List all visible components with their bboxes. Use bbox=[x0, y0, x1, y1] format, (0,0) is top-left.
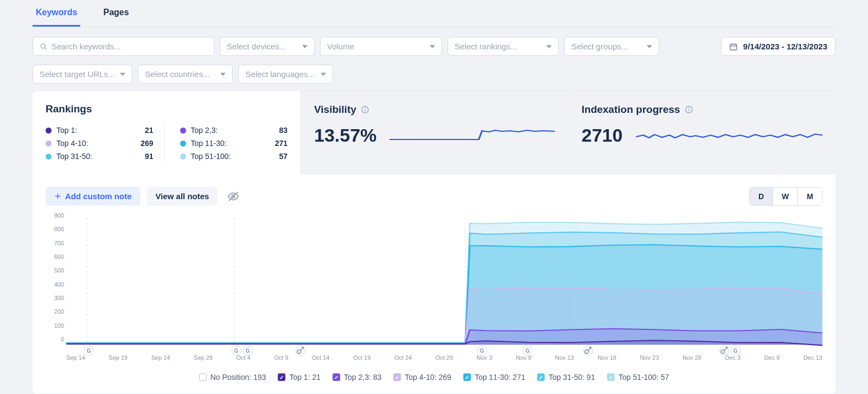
search-keywords-field[interactable] bbox=[52, 42, 207, 51]
rank-item: Top 11-30:271 bbox=[180, 137, 288, 150]
y-tick: 300 bbox=[46, 295, 64, 301]
rank-label: Top 4-10: bbox=[56, 139, 88, 148]
x-tick: Sep 14 bbox=[66, 354, 85, 361]
x-tick: Oct 19 bbox=[353, 354, 371, 361]
chevron-down-icon bbox=[321, 73, 326, 76]
select-groups-dropdown[interactable]: Select groups... bbox=[564, 37, 659, 56]
y-tick: 500 bbox=[46, 267, 64, 274]
chevron-down-icon bbox=[647, 45, 652, 48]
rank-value: 271 bbox=[275, 139, 288, 148]
info-icon[interactable] bbox=[361, 105, 369, 114]
visibility-sparkline bbox=[390, 124, 555, 146]
chevron-down-icon bbox=[430, 45, 435, 48]
chevron-down-icon bbox=[302, 45, 308, 48]
select-languages-label: Select languages... bbox=[245, 69, 315, 79]
legend-item[interactable]: ✓Top 2,3: 83 bbox=[333, 373, 381, 382]
search-keywords-input[interactable] bbox=[33, 37, 214, 56]
select-target-urls-dropdown[interactable]: Select target URLs... bbox=[33, 65, 132, 84]
legend-checkbox-icon: ✓ bbox=[393, 373, 401, 381]
period-m[interactable]: M bbox=[797, 188, 822, 205]
y-tick: 0 bbox=[46, 336, 64, 342]
y-tick: 800 bbox=[46, 226, 64, 232]
period-w[interactable]: W bbox=[773, 188, 797, 205]
x-tick: Oct 4 bbox=[236, 354, 250, 361]
period-d[interactable]: D bbox=[750, 188, 773, 205]
select-volume-dropdown[interactable]: Volume bbox=[320, 37, 442, 56]
calendar-icon bbox=[729, 42, 738, 51]
select-target-urls-label: Select target URLs... bbox=[40, 69, 114, 79]
date-range-picker[interactable]: 9/14/2023 - 12/13/2023 bbox=[721, 37, 835, 56]
view-all-notes-button[interactable]: View all notes bbox=[147, 187, 218, 206]
main-tabs: Keywords Pages bbox=[33, 0, 835, 27]
view-all-notes-label: View all notes bbox=[156, 192, 209, 201]
chart-legend: No Position: 193✓Top 1: 21✓Top 2,3: 83✓T… bbox=[46, 373, 822, 382]
chevron-down-icon bbox=[546, 45, 552, 48]
legend-label: Top 51-100: 57 bbox=[618, 373, 669, 382]
info-icon[interactable] bbox=[685, 105, 693, 114]
y-axis: 0100200300400500600700800900 bbox=[46, 210, 64, 352]
rank-label: Top 51-100: bbox=[191, 152, 231, 161]
select-languages-dropdown[interactable]: Select languages... bbox=[238, 65, 333, 84]
search-icon bbox=[40, 42, 47, 50]
legend-item[interactable]: ✓Top 4-10: 269 bbox=[393, 373, 451, 382]
svg-point-11 bbox=[688, 107, 689, 108]
x-tick: Sep 24 bbox=[151, 354, 170, 361]
tab-keywords[interactable]: Keywords bbox=[33, 0, 80, 27]
legend-item[interactable]: ✓Top 1: 21 bbox=[278, 373, 321, 382]
y-tick: 600 bbox=[46, 253, 64, 260]
x-tick: Sep 29 bbox=[194, 354, 213, 361]
add-custom-note-button[interactable]: Add custom note bbox=[46, 187, 141, 206]
chevron-down-icon bbox=[120, 73, 125, 76]
select-groups-label: Select groups... bbox=[571, 42, 628, 51]
legend-label: Top 11-30: 271 bbox=[475, 373, 525, 382]
legend-label: Top 1: 21 bbox=[289, 373, 321, 382]
x-tick: Nov 18 bbox=[597, 354, 616, 361]
select-devices-label: Select devices... bbox=[227, 42, 286, 51]
legend-label: No Position: 193 bbox=[210, 373, 266, 382]
legend-checkbox-icon: ✓ bbox=[278, 373, 285, 381]
legend-checkbox-icon: ✓ bbox=[607, 373, 615, 381]
select-rankings-dropdown[interactable]: Select rankings... bbox=[448, 37, 559, 56]
toggle-notes-visibility[interactable] bbox=[224, 187, 242, 206]
svg-point-8 bbox=[365, 107, 365, 108]
dot-icon bbox=[46, 128, 52, 134]
rank-item: Top 51-100:57 bbox=[180, 150, 288, 163]
rank-label: Top 31-50: bbox=[56, 152, 92, 161]
x-tick: Nov 13 bbox=[555, 354, 574, 361]
x-tick: Nov 8 bbox=[516, 354, 532, 361]
rank-item: Top 2,3:83 bbox=[180, 124, 288, 137]
legend-checkbox-icon: ✓ bbox=[537, 373, 545, 381]
visibility-card: Visibility 13.57% bbox=[301, 91, 569, 175]
y-tick: 900 bbox=[46, 212, 64, 219]
rankings-card: Rankings Top 1:21Top 4-10:269Top 31-50:9… bbox=[33, 91, 301, 175]
rank-value: 269 bbox=[141, 139, 153, 148]
select-volume-label: Volume bbox=[327, 42, 354, 51]
select-countries-dropdown[interactable]: Select countries... bbox=[138, 65, 233, 84]
legend-checkbox-icon bbox=[199, 373, 207, 381]
legend-item[interactable]: ✓Top 31-50: 91 bbox=[537, 373, 595, 382]
stats-row: Rankings Top 1:21Top 4-10:269Top 31-50:9… bbox=[33, 91, 835, 175]
indexation-value: 2710 bbox=[582, 125, 623, 146]
x-tick: Oct 24 bbox=[394, 354, 412, 361]
select-rankings-label: Select rankings... bbox=[455, 42, 517, 51]
legend-item[interactable]: ✓Top 51-100: 57 bbox=[607, 373, 669, 382]
rank-item: Top 4-10:269 bbox=[46, 137, 154, 150]
legend-label: Top 2,3: 83 bbox=[344, 373, 381, 382]
rank-label: Top 11-30: bbox=[191, 139, 227, 148]
x-axis: Sep 14Sep 19Sep 24Sep 29Oct 4Oct 9Oct 14… bbox=[66, 354, 822, 361]
x-tick: Nov 28 bbox=[682, 354, 701, 361]
y-tick: 400 bbox=[46, 281, 64, 288]
x-tick: Dec 13 bbox=[803, 354, 822, 361]
x-tick: Oct 9 bbox=[274, 354, 288, 361]
legend-item[interactable]: ✓Top 11-30: 271 bbox=[463, 373, 525, 382]
rank-value: 91 bbox=[145, 152, 154, 161]
x-tick: Nov 23 bbox=[640, 354, 659, 361]
legend-item[interactable]: No Position: 193 bbox=[199, 373, 266, 382]
chart-plot[interactable]: GGGGGG bbox=[66, 210, 822, 352]
select-devices-dropdown[interactable]: Select devices... bbox=[220, 37, 315, 56]
tab-pages[interactable]: Pages bbox=[100, 0, 132, 27]
chart-card: Add custom note View all notes D W M 010… bbox=[33, 175, 835, 393]
rankings-title: Rankings bbox=[46, 103, 288, 115]
dot-icon bbox=[180, 154, 186, 160]
rank-label: Top 2,3: bbox=[191, 126, 218, 135]
